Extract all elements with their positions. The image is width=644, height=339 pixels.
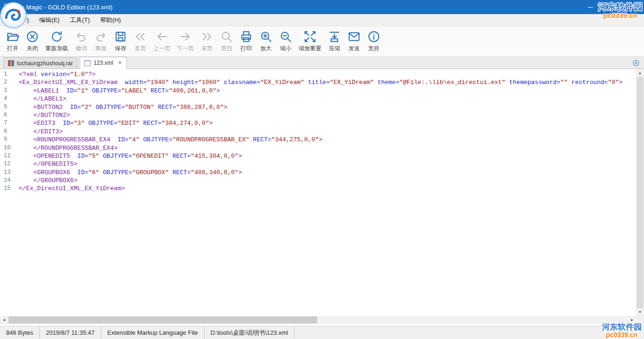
- zoom-out-icon: [279, 30, 292, 44]
- scroll-left-arrow[interactable]: ◄: [0, 316, 8, 324]
- code-area[interactable]: 1<?xml version="1.0"?>2<Ex_DirectUI_XML_…: [0, 69, 636, 316]
- line-number: 6: [0, 111, 19, 119]
- toolbar-button-label: 缩放重置: [299, 45, 321, 53]
- vertical-scrollbar-thumb[interactable]: [636, 77, 644, 308]
- code-line: 11 <OPENEDIT5 ID="5" OBJTYPE="OPENEDIT" …: [0, 152, 636, 160]
- toolbar-button-label: 下一页: [177, 45, 194, 53]
- xml-file-icon: [84, 60, 91, 66]
- info-icon: [367, 30, 380, 44]
- code-line: 9 <ROUNDPROGRESSBAR_EX4 ID="4" OBJTYPE="…: [0, 136, 636, 144]
- toolbar-zoom-out-button[interactable]: 缩小: [276, 29, 295, 53]
- zoom-reset-icon: [303, 30, 317, 44]
- line-number: 11: [0, 152, 19, 160]
- menu-bar: 文件(F) 编辑(E) 工具(T) 帮助(H): [0, 14, 644, 26]
- toolbar-button-label: 放大: [260, 45, 272, 53]
- minimize-button[interactable]: [579, 0, 601, 14]
- line-number: 9: [0, 136, 19, 144]
- toolbar-next-page-button[interactable]: 下一页: [174, 29, 197, 53]
- menu-edit[interactable]: 编辑(E): [34, 14, 65, 26]
- toolbar-button-label: 重做: [95, 45, 106, 53]
- maximize-icon: [609, 5, 614, 9]
- window-title: File Magic - GOLD Edition (123.xml): [15, 4, 113, 11]
- last-page-icon: [200, 30, 213, 44]
- toolbar-undo-button[interactable]: 撤消: [71, 29, 91, 53]
- toolbar-button-label: 重新加载: [45, 45, 68, 53]
- toolbar-redo-button[interactable]: 重做: [91, 29, 111, 53]
- toolbar-print-button[interactable]: 打印: [236, 29, 256, 53]
- toolbar-prev-page-button[interactable]: 上一页: [150, 29, 174, 53]
- title-bar: File Magic - GOLD Edition (123.xml) ✕: [0, 0, 644, 14]
- toolbar: 打开 关闭 重新加载 撤消 重做 保存 首页 上一页: [0, 26, 644, 57]
- app-window: File Magic - GOLD Edition (123.xml) ✕ 文件…: [0, 0, 644, 339]
- toolbar-button-label: 关闭: [27, 45, 38, 53]
- toolbar-compress-button[interactable]: 压缩: [325, 29, 344, 53]
- maximize-button[interactable]: [601, 0, 622, 14]
- minimize-icon: [588, 7, 593, 8]
- scroll-down-arrow[interactable]: ▼: [636, 308, 644, 316]
- vertical-scrollbar[interactable]: ▲ ▼: [636, 69, 644, 316]
- toolbar-save-button[interactable]: 保存: [111, 29, 130, 53]
- code-line: 13 <GROUPBOX6 ID="6" OBJTYPE="GROUPBOX" …: [0, 169, 636, 177]
- line-number: 15: [0, 185, 19, 193]
- code-line: 8 </EDIT3>: [0, 128, 636, 136]
- tab-close-icon[interactable]: ✕: [118, 61, 121, 65]
- code-line: 6 </BUTTON2>: [0, 111, 636, 119]
- toolbar-zoom-reset-button[interactable]: 缩放重置: [295, 29, 325, 53]
- scroll-up-arrow[interactable]: ▲: [636, 69, 644, 77]
- toolbar-close-button[interactable]: 关闭: [23, 29, 42, 53]
- toolbar-button-label: 首页: [135, 45, 146, 53]
- tab-rar-file[interactable]: tuchaungzhushouq.rar: [3, 57, 77, 69]
- code-line: 15</Ex_DirectUI_XML_EX_YiDream>: [0, 185, 636, 193]
- line-number: 12: [0, 160, 19, 168]
- toolbar-zoom-in-button[interactable]: 放大: [256, 29, 276, 53]
- toolbar-last-page-button[interactable]: 末页: [197, 29, 217, 53]
- prev-page-icon: [155, 30, 168, 44]
- horizontal-scrollbar[interactable]: ◄ ►: [0, 316, 636, 324]
- add-tab-button[interactable]: [632, 59, 640, 67]
- toolbar-button-label: 查找: [221, 45, 232, 53]
- toolbar-button-label: 保存: [115, 45, 126, 53]
- tab-xml-file[interactable]: 123.xml ✕: [80, 57, 126, 69]
- toolbar-button-label: 打开: [7, 45, 18, 53]
- rar-file-icon: [8, 60, 14, 66]
- line-number: 13: [0, 169, 19, 177]
- close-circle-icon: [26, 30, 39, 44]
- toolbar-open-button[interactable]: 打开: [3, 29, 23, 53]
- toolbar-button-label: 支持: [368, 45, 379, 53]
- line-number: 1: [0, 70, 19, 78]
- toolbar-find-button[interactable]: 查找: [217, 29, 236, 53]
- status-bar: 846 Bytes 2019/8/7 11:35:47 Extensible M…: [0, 326, 644, 339]
- line-number: 5: [0, 103, 19, 111]
- toolbar-button-label: 上一页: [153, 45, 170, 53]
- close-icon: ✕: [631, 4, 636, 10]
- code-line: 4 </LABEL1>: [0, 95, 636, 103]
- app-icon: [4, 4, 11, 11]
- add-tab-icon: [632, 59, 640, 67]
- scroll-right-arrow[interactable]: ►: [628, 316, 636, 324]
- toolbar-button-label: 缩小: [280, 45, 291, 53]
- undo-icon: [75, 30, 88, 44]
- toolbar-button-label: 撤消: [76, 45, 87, 53]
- toolbar-button-label: 发送: [349, 45, 360, 53]
- status-file-path: D:\tools\桌面\说明书\123.xml: [205, 326, 295, 339]
- horizontal-scrollbar-thumb[interactable]: [8, 316, 317, 324]
- menu-help[interactable]: 帮助(H): [95, 14, 126, 26]
- close-button[interactable]: ✕: [622, 0, 644, 14]
- menu-file[interactable]: 文件(F): [4, 14, 34, 26]
- status-file-size: 846 Bytes: [0, 326, 40, 339]
- code-line: 1<?xml version="1.0"?>: [0, 70, 636, 78]
- code-line: 14 </GROUPBOX6>: [0, 177, 636, 185]
- code-line: 7 <EDIT3 ID="3" OBJTYPE="EDIT" RECT="384…: [0, 119, 636, 127]
- redo-icon: [94, 30, 107, 44]
- toolbar-reload-button[interactable]: 重新加载: [42, 29, 71, 53]
- status-file-type: Extensible Markup Language File: [101, 326, 205, 339]
- toolbar-send-button[interactable]: 发送: [344, 29, 364, 53]
- menu-tools[interactable]: 工具(T): [65, 14, 95, 26]
- scrollbar-corner: [636, 316, 644, 324]
- toolbar-support-button[interactable]: 支持: [364, 29, 384, 53]
- line-number: 2: [0, 78, 19, 86]
- tab-label: 123.xml: [93, 60, 113, 66]
- open-folder-icon: [6, 30, 19, 44]
- toolbar-first-page-button[interactable]: 首页: [130, 29, 150, 53]
- line-number: 14: [0, 177, 19, 185]
